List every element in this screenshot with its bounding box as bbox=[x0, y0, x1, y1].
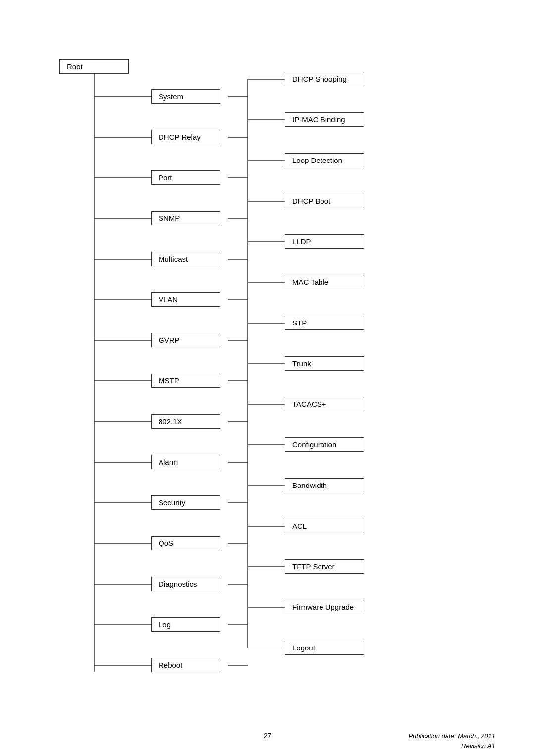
right-node-0: DHCP Snooping bbox=[285, 72, 364, 86]
left-node-12: Diagnostics bbox=[151, 577, 220, 591]
left-node-14: Reboot bbox=[151, 658, 220, 672]
left-node-1: DHCP Relay bbox=[151, 130, 220, 144]
left-node-2: Port bbox=[151, 170, 220, 185]
left-node-9: Alarm bbox=[151, 455, 220, 469]
pub-info: Publication date: March., 2011 Revision … bbox=[408, 731, 495, 751]
page: Root bbox=[0, 0, 535, 756]
right-node-4: LLDP bbox=[285, 234, 364, 249]
right-node-12: TFTP Server bbox=[285, 559, 364, 574]
right-node-7: Trunk bbox=[285, 356, 364, 371]
left-node-11: QoS bbox=[151, 536, 220, 550]
root-box: Root bbox=[59, 59, 129, 74]
right-node-5: MAC Table bbox=[285, 275, 364, 289]
right-node-10: Bandwidth bbox=[285, 478, 364, 492]
left-node-0: System bbox=[151, 89, 220, 104]
root-node: Root bbox=[59, 59, 129, 74]
pub-line2: Revision A1 bbox=[461, 742, 495, 750]
page-number: 27 bbox=[264, 731, 272, 740]
right-node-14: Logout bbox=[285, 641, 364, 655]
right-node-9: Configuration bbox=[285, 437, 364, 452]
right-node-6: STP bbox=[285, 316, 364, 330]
left-node-6: GVRP bbox=[151, 333, 220, 347]
right-node-8: TACACS+ bbox=[285, 397, 364, 411]
left-node-13: Log bbox=[151, 617, 220, 632]
right-node-1: IP-MAC Binding bbox=[285, 112, 364, 127]
right-node-13: Firmware Upgrade bbox=[285, 600, 364, 614]
pub-line1: Publication date: March., 2011 bbox=[408, 732, 495, 740]
left-node-4: Multicast bbox=[151, 252, 220, 266]
left-node-3: SNMP bbox=[151, 211, 220, 225]
left-node-10: Security bbox=[151, 495, 220, 510]
right-node-11: ACL bbox=[285, 519, 364, 533]
left-node-8: 802.1X bbox=[151, 414, 220, 429]
right-node-2: Loop Detection bbox=[285, 153, 364, 167]
left-node-5: VLAN bbox=[151, 292, 220, 307]
left-node-7: MSTP bbox=[151, 374, 220, 388]
right-node-3: DHCP Boot bbox=[285, 194, 364, 208]
